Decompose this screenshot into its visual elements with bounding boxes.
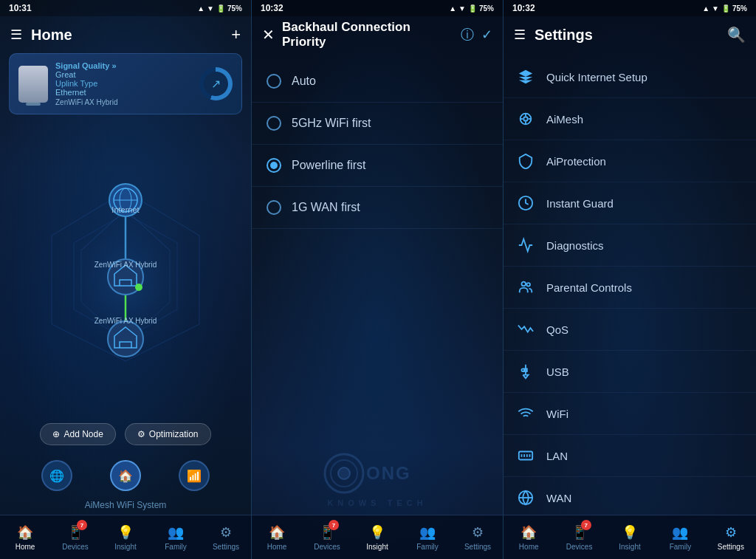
right-panel: 10:32 ▲ ▼ 🔋 75% ☰ Settings 🔍 Quick Inter…: [504, 0, 756, 559]
add-button[interactable]: +: [231, 25, 241, 44]
node2-label: ZenWiFi AX Hybrid: [81, 281, 170, 325]
wifi-icon-r: ▼: [712, 4, 719, 13]
settings-menu-icon[interactable]: ☰: [514, 27, 526, 43]
signal-quality-label: Signal Quality »: [55, 61, 192, 70]
devices-badge-m: 7: [329, 520, 339, 530]
signal-icon-r: ▲: [702, 4, 709, 13]
close-button[interactable]: ✕: [262, 26, 275, 44]
quick-internet-label: Quick Internet Setup: [546, 71, 647, 83]
device-name: ZenWiFi AX Hybrid: [55, 98, 192, 106]
signal-icon-m: ▲: [449, 4, 456, 13]
confirm-button[interactable]: ✓: [481, 27, 492, 43]
option-powerline-label: Powerline first: [292, 159, 365, 172]
insight-tab-icon: 💡: [117, 524, 134, 541]
tab-devices-right[interactable]: 📱 7 Devices: [554, 515, 604, 559]
wan-icon: [515, 487, 536, 508]
tab-family-right[interactable]: 👥 Family: [655, 515, 705, 559]
insight-tab-label-m: Insight: [366, 543, 388, 551]
family-tab-label: Family: [165, 543, 186, 551]
qos-icon: [515, 319, 536, 340]
wan-label: WAN: [546, 492, 571, 504]
option-auto[interactable]: Auto: [252, 61, 503, 103]
tab-family-middle[interactable]: 👥 Family: [402, 515, 453, 559]
insight-tab-label: Insight: [114, 543, 136, 551]
insight-tab-label-r: Insight: [619, 543, 640, 551]
tab-insight-middle[interactable]: 💡 Insight: [352, 515, 402, 559]
optimization-icon: ⚙: [137, 429, 145, 439]
device-card[interactable]: Signal Quality » Great Uplink Type Ether…: [9, 53, 242, 114]
tab-home-right[interactable]: 🏠 Home: [504, 515, 554, 559]
router-label: ZenWiFi AX Hybrid: [81, 261, 170, 269]
add-node-label: Add Node: [63, 429, 103, 439]
devices-tab-label-m: Devices: [314, 543, 340, 551]
search-icon[interactable]: 🔍: [727, 26, 746, 44]
parental-icon: [515, 277, 536, 298]
tab-home-left[interactable]: 🏠 Home: [0, 515, 50, 559]
instant-guard-icon: [515, 193, 536, 213]
aimesh-icon: [515, 109, 536, 129]
time-right: 10:32: [512, 3, 535, 13]
router-icon: [18, 66, 48, 103]
info-button[interactable]: ⓘ: [461, 26, 474, 44]
tab-settings-middle[interactable]: ⚙ Settings: [453, 515, 503, 559]
option-5ghz[interactable]: 5GHz WiFi first: [252, 103, 503, 145]
uplink-value: Ethernet: [55, 88, 192, 97]
settings-item-aiprotection[interactable]: AiProtection: [504, 140, 756, 182]
battery-icon: 🔋: [216, 4, 225, 13]
action-buttons: ⊕ Add Node ⚙ Optimization: [0, 417, 251, 451]
tab-settings-left[interactable]: ⚙ Settings: [201, 515, 251, 559]
tab-devices-left[interactable]: 📱 7 Devices: [50, 515, 100, 559]
family-tab-label-r: Family: [670, 543, 691, 551]
settings-item-lan[interactable]: LAN: [504, 435, 756, 477]
radio-auto[interactable]: [267, 74, 281, 89]
battery-r: 75%: [732, 4, 747, 13]
settings-item-usb[interactable]: USB: [504, 351, 756, 393]
tab-bar-left: 🏠 Home 📱 7 Devices 💡 Insight 👥 Family ⚙ …: [0, 515, 251, 559]
tab-insight-left[interactable]: 💡 Insight: [100, 515, 151, 559]
settings-item-aimesh[interactable]: AiMesh: [504, 98, 756, 140]
add-node-button[interactable]: ⊕ Add Node: [40, 423, 115, 445]
home-tab-label-m: Home: [267, 543, 287, 551]
settings-item-qos[interactable]: QoS: [504, 309, 756, 351]
aimesh-label: AiMesh WiFi System: [0, 500, 251, 515]
aimesh-label-r: AiMesh: [546, 113, 583, 126]
home-tab-label-r: Home: [519, 543, 539, 551]
qos-label: QoS: [546, 323, 568, 336]
battery-icon-m: 🔋: [468, 4, 477, 13]
wifi-icon-m: ▼: [458, 4, 466, 13]
tab-settings-right[interactable]: ⚙ Settings: [706, 515, 756, 559]
option-1gwan[interactable]: 1G WAN first: [252, 187, 503, 229]
wifi-label: WiFi: [546, 408, 568, 420]
tab-home-middle[interactable]: 🏠 Home: [252, 515, 302, 559]
globe-button[interactable]: 🌐: [41, 460, 72, 491]
status-icons-middle: ▲ ▼ 🔋 75%: [449, 4, 494, 13]
tab-devices-middle[interactable]: 📱 7 Devices: [302, 515, 352, 559]
settings-item-diagnostics[interactable]: Diagnostics: [504, 224, 756, 267]
internet-label: Internet: [111, 205, 139, 214]
wifi-circle-button[interactable]: 📶: [179, 460, 210, 491]
aiprotection-icon: [515, 151, 536, 171]
radio-powerline[interactable]: [267, 158, 281, 173]
battery-level: 75%: [227, 4, 242, 13]
left-panel: 10:31 ▲ ▼ 🔋 75% ☰ Home + Signal Quality …: [0, 0, 252, 559]
settings-item-wan[interactable]: WAN: [504, 477, 756, 515]
optimization-label: Optimization: [149, 429, 199, 439]
radio-1gwan[interactable]: [267, 200, 281, 215]
hamburger-menu-icon[interactable]: ☰: [10, 27, 22, 43]
tab-insight-right[interactable]: 💡 Insight: [605, 515, 655, 559]
settings-item-parental[interactable]: Parental Controls: [504, 267, 756, 309]
settings-item-quick-internet[interactable]: Quick Internet Setup: [504, 56, 756, 98]
home-circle-button[interactable]: 🏠: [110, 460, 141, 491]
optimization-button[interactable]: ⚙ Optimization: [125, 423, 211, 445]
tab-family-left[interactable]: 👥 Family: [151, 515, 201, 559]
device-speed-indicator: ↗: [199, 67, 233, 100]
settings-tab-label-r: Settings: [718, 543, 744, 551]
option-powerline[interactable]: Powerline first: [252, 145, 503, 187]
settings-item-wifi[interactable]: WiFi: [504, 393, 756, 435]
devices-badge-r: 7: [581, 520, 591, 530]
family-tab-icon-m: 👥: [419, 524, 436, 541]
time-left: 10:31: [9, 3, 32, 13]
radio-5ghz[interactable]: [267, 116, 281, 131]
speed-arrow-icon: ↗: [211, 77, 221, 91]
settings-item-instant-guard[interactable]: Instant Guard: [504, 182, 756, 224]
